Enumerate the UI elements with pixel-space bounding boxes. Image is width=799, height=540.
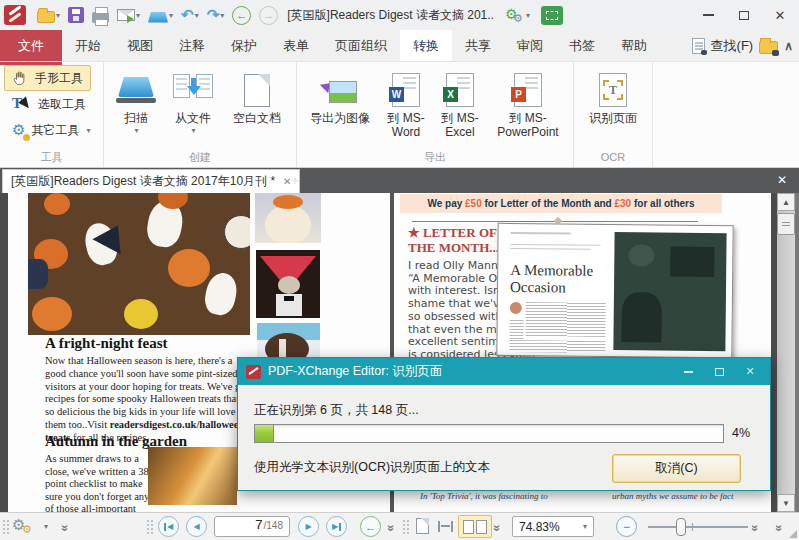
resize-grip[interactable] (789, 530, 797, 538)
expand-toolbar-button[interactable]: » (772, 525, 786, 532)
scrollbar-thumb[interactable] (777, 213, 795, 235)
tab-home[interactable]: 开始 (62, 30, 114, 61)
caret-down-icon[interactable]: ▾ (191, 126, 195, 135)
dialog-minimize-button[interactable] (676, 362, 700, 382)
print-button[interactable] (89, 3, 112, 27)
last-page-button[interactable]: ▶ (326, 516, 347, 537)
caret-down-icon[interactable]: ▾ (195, 11, 199, 20)
first-page-button[interactable]: ◀ (158, 516, 179, 537)
tab-view[interactable]: 视图 (114, 30, 166, 61)
caret-down-icon[interactable]: ▾ (86, 126, 90, 135)
from-file-button[interactable]: 从文件 ▾ (164, 65, 222, 135)
blank-document-button[interactable]: 空白文档 (222, 65, 292, 126)
to-ms-word-button[interactable]: W 到 MS-Word (379, 65, 433, 140)
window-title: [英国版]Readers Digest 读者文摘 201.. (287, 7, 494, 24)
tab-form[interactable]: 表单 (270, 30, 322, 61)
minimize-button[interactable] (693, 3, 723, 27)
email-button[interactable]: ▾ (114, 3, 143, 27)
to-ms-powerpoint-button[interactable]: P 到 MS-PowerPoint (487, 65, 569, 140)
tab-organize[interactable]: 页面组织 (322, 30, 400, 61)
launch-applications-button[interactable]: ⚙⚙▾ (502, 3, 533, 27)
toolbar-grip[interactable] (402, 519, 409, 535)
tab-bookmarks[interactable]: 书签 (556, 30, 608, 61)
dialog-maximize-button[interactable] (707, 362, 731, 382)
caret-down-icon[interactable]: ▾ (44, 522, 48, 531)
previous-view-button[interactable]: ← (229, 3, 254, 27)
letters-banner: We pay £50 for Letter of the Month and £… (400, 194, 722, 213)
to-powerpoint-label: 到 MS-PowerPoint (491, 112, 565, 140)
ocr-hint-text: 使用光学文本识别(OCR)识别页面上的文本 (254, 459, 490, 476)
open-file-button[interactable]: ▾ (34, 3, 63, 27)
tab-review[interactable]: 审阅 (504, 30, 556, 61)
next-view-button[interactable]: → (256, 3, 281, 27)
close-document-button[interactable]: ✕ (771, 171, 793, 190)
select-tool-button[interactable]: T 选取工具 (4, 91, 94, 117)
find-button[interactable]: 查找(F) (711, 37, 754, 55)
new-tab-button[interactable]: + (286, 172, 304, 189)
title-bar: ▾ ▾ ▾ ↶▾ ↷▾ ← → [英国版]Readers Digest 读者文摘… (0, 0, 799, 30)
save-button[interactable] (65, 3, 87, 27)
zoom-slider[interactable] (648, 526, 748, 528)
ocr-pages-button[interactable]: T 识别页面 (578, 65, 648, 126)
other-tools-label: 其它工具 (31, 122, 79, 139)
expand-toolbar-button[interactable]: » (58, 525, 72, 532)
ribbon-tab-row: 文件 开始 视图 注释 保护 表单 页面组织 转换 共享 审阅 书签 帮助 查找… (0, 30, 799, 62)
toolbar-grip[interactable] (2, 519, 9, 535)
vertical-scrollbar[interactable]: ▲ ▼ (777, 193, 795, 512)
scan-button[interactable]: ▾ (145, 3, 176, 27)
ocr-progress-bar (254, 424, 724, 443)
scroll-down-button[interactable]: ▼ (777, 494, 795, 512)
tab-help[interactable]: 帮助 (608, 30, 660, 61)
to-ms-excel-button[interactable]: X 到 MS-Excel (433, 65, 487, 140)
document-viewport[interactable]: A fright-night feast Now that Halloween … (0, 193, 799, 512)
single-page-view-button[interactable] (416, 518, 429, 534)
group-tools: 手形工具 T 选取工具 ⚙ 其它工具 ▾ 工具 (0, 62, 104, 167)
options-button[interactable]: ⚙⚙ (12, 516, 42, 538)
tab-share[interactable]: 共享 (452, 30, 504, 61)
expand-toolbar-button[interactable]: » (748, 525, 762, 532)
pdf-xchange-editor-window: ▾ ▾ ▾ ↶▾ ↷▾ ← → [英国版]Readers Digest 读者文摘… (0, 0, 799, 540)
tab-file[interactable]: 文件 (0, 30, 62, 61)
undo-button[interactable]: ↶▾ (178, 3, 202, 27)
caret-down-icon[interactable]: ▾ (56, 11, 60, 20)
dialog-close-button[interactable]: ✕ (738, 362, 762, 382)
next-page-button[interactable]: ▶ (298, 516, 319, 537)
expand-toolbar-button[interactable]: » (490, 525, 504, 532)
fullscreen-button[interactable] (541, 6, 563, 25)
expand-toolbar-button[interactable]: » (384, 525, 398, 532)
document-tab-active[interactable]: [英国版]Readers Digest 读者文摘 2017年10月刊 * ✕ (2, 169, 300, 193)
fit-width-button[interactable] (438, 521, 453, 532)
zoom-out-button[interactable]: − (616, 516, 637, 537)
tab-comment[interactable]: 注释 (166, 30, 218, 61)
hand-tool-button[interactable]: 手形工具 (4, 65, 91, 91)
close-button[interactable]: ✕ (765, 3, 795, 27)
redo-button[interactable]: ↷▾ (204, 3, 228, 27)
previous-view-button[interactable]: ← (360, 516, 381, 537)
two-page-view-button[interactable] (458, 515, 492, 538)
ocr-status-text: 正在识别第 6 页，共 148 页... (254, 402, 419, 419)
cancel-button[interactable]: 取消(C) (612, 454, 741, 483)
zoom-level-select[interactable]: 74.83%▾ (512, 516, 594, 537)
maximize-button[interactable] (729, 3, 759, 27)
printer-icon (92, 12, 109, 23)
scan-page-button[interactable]: 扫描 ▾ (108, 65, 164, 135)
powerpoint-document-icon: P (514, 73, 542, 107)
toolbar-grip[interactable] (146, 519, 153, 535)
caret-down-icon[interactable]: ▾ (526, 11, 530, 20)
zoom-slider-handle[interactable] (676, 518, 686, 536)
caret-down-icon[interactable]: ▾ (134, 126, 138, 135)
tab-convert[interactable]: 转换 (400, 30, 452, 61)
page-number-input[interactable]: 7/148 (214, 516, 290, 537)
minimize-icon (684, 371, 693, 373)
recent-folder-icon[interactable] (759, 41, 778, 54)
inset-illustration (613, 232, 726, 351)
collapse-ribbon-button[interactable]: ∧ (784, 39, 793, 53)
previous-page-button[interactable]: ◀ (186, 516, 207, 537)
dialog-title-bar[interactable]: PDF-XChange Editor: 识别页面 ✕ (238, 358, 770, 385)
tab-protect[interactable]: 保护 (218, 30, 270, 61)
caret-down-icon[interactable]: ▾ (220, 11, 224, 20)
export-as-image-button[interactable]: 导出为图像 (301, 65, 379, 126)
other-tools-button[interactable]: ⚙ 其它工具 ▾ (4, 117, 98, 143)
scroll-up-button[interactable]: ▲ (777, 193, 795, 211)
caret-down-icon[interactable]: ▾ (169, 11, 173, 20)
